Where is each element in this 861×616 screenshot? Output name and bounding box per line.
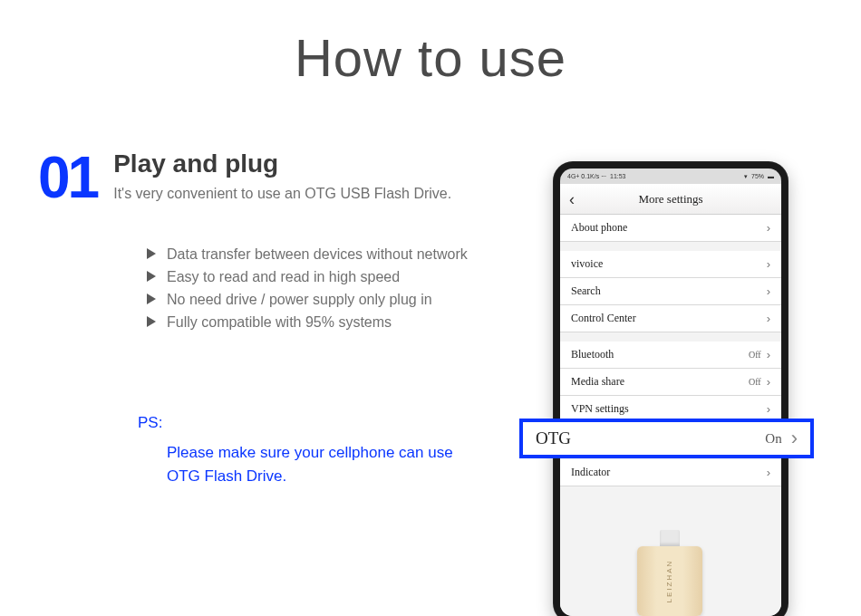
usb-body: LEIZHAN bbox=[637, 546, 702, 616]
row-label: Search bbox=[571, 284, 767, 298]
row-state: Off bbox=[749, 377, 761, 387]
callout-label: OTG bbox=[536, 428, 765, 448]
settings-row-search[interactable]: Search › bbox=[560, 278, 781, 305]
step-header: 01 Play and plug It's very convenient to… bbox=[38, 149, 527, 202]
status-time: 11:53 bbox=[610, 173, 626, 179]
chevron-right-icon: › bbox=[791, 427, 798, 450]
nav-title: More settings bbox=[560, 192, 781, 207]
settings-row-bluetooth[interactable]: Bluetooth Off › bbox=[560, 342, 781, 369]
step-number: 01 bbox=[38, 153, 97, 202]
feature-list: Data transfer between devices without ne… bbox=[147, 244, 527, 333]
chevron-right-icon: › bbox=[767, 466, 770, 479]
chevron-right-icon: › bbox=[767, 348, 770, 361]
nav-bar: ‹ More settings bbox=[560, 184, 781, 215]
settings-row-about-phone[interactable]: About phone › bbox=[560, 215, 781, 242]
step-subtitle: It's very convenient to use an OTG USB F… bbox=[113, 186, 451, 202]
row-label: Indicator bbox=[571, 466, 767, 479]
step-title: Play and plug bbox=[113, 149, 451, 178]
settings-row-media-share[interactable]: Media share Off › bbox=[560, 369, 781, 396]
row-label: About phone bbox=[571, 221, 767, 235]
callout-state: On bbox=[765, 431, 781, 447]
chevron-right-icon: › bbox=[767, 402, 770, 416]
left-column: 01 Play and plug It's very convenient to… bbox=[38, 149, 546, 488]
feature-item: No need drive / power supply only plug i… bbox=[147, 289, 527, 312]
ps-text: Please make sure your cellphone can use … bbox=[167, 441, 466, 489]
chevron-right-icon: › bbox=[767, 284, 770, 298]
row-label: VPN settings bbox=[571, 402, 767, 416]
chevron-right-icon: › bbox=[767, 257, 770, 271]
row-label: vivoice bbox=[571, 257, 767, 271]
chevron-right-icon: › bbox=[767, 221, 770, 235]
battery-icon: ▬ bbox=[768, 173, 774, 179]
ps-label: PS: bbox=[138, 414, 527, 432]
settings-row-control-center[interactable]: Control Center › bbox=[560, 305, 781, 332]
feature-item: Easy to read and read in high speed bbox=[147, 266, 527, 289]
feature-item: Data transfer between devices without ne… bbox=[147, 244, 527, 266]
status-bar: 4G+ 0.1K/s ··· 11:53 ▾ 75% ▬ bbox=[560, 168, 781, 184]
feature-item: Fully compatible with 95% systems bbox=[147, 312, 527, 334]
ps-block: PS: Please make sure your cellphone can … bbox=[138, 414, 527, 489]
status-signal: 4G+ 0.1K/s ··· bbox=[567, 173, 606, 179]
chevron-right-icon: › bbox=[767, 312, 770, 325]
settings-row-vivoice[interactable]: vivoice › bbox=[560, 251, 781, 278]
usb-connector bbox=[660, 530, 680, 546]
row-state: Off bbox=[749, 350, 761, 360]
otg-callout: OTG On › bbox=[519, 419, 814, 458]
usb-drive-illustration: LEIZHAN bbox=[637, 530, 702, 616]
settings-row-indicator[interactable]: Indicator › bbox=[560, 459, 781, 486]
page-title: How to use bbox=[0, 27, 861, 88]
status-wifi-icon: ▾ bbox=[744, 173, 748, 180]
status-battery: 75% bbox=[751, 173, 764, 179]
chevron-right-icon: › bbox=[767, 375, 770, 389]
row-label: Control Center bbox=[571, 312, 767, 325]
usb-brand: LEIZHAN bbox=[665, 560, 673, 603]
row-label: Media share bbox=[571, 375, 749, 389]
row-label: Bluetooth bbox=[571, 348, 749, 361]
